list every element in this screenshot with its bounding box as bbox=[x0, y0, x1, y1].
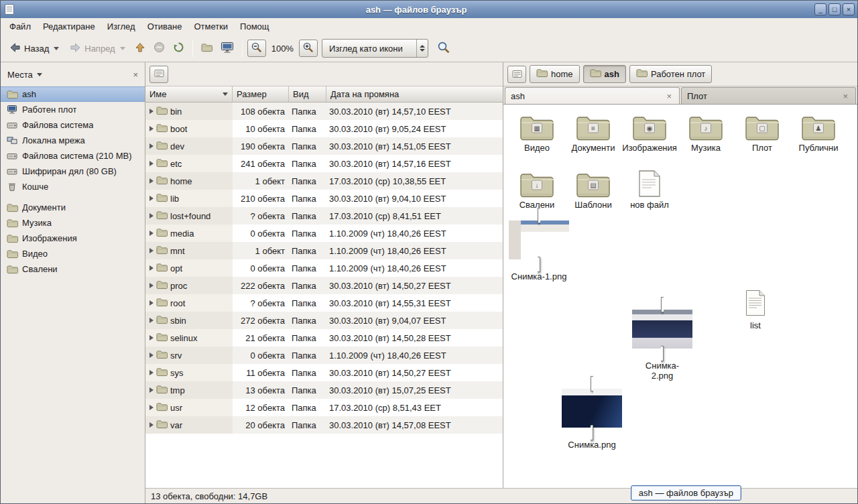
table-row[interactable]: dev 190 обекта Папка 30.03.2010 (вт) 14,… bbox=[145, 137, 503, 155]
expander-icon[interactable] bbox=[149, 353, 154, 358]
table-row[interactable]: var 20 обекта Папка 30.03.2010 (вт) 14,5… bbox=[145, 416, 503, 434]
table-row[interactable]: home 1 обект Папка 17.03.2010 (ср) 10,38… bbox=[145, 172, 503, 190]
sidebar-item-downloads[interactable]: Свалени bbox=[1, 261, 145, 277]
minimize-button[interactable]: _ bbox=[814, 3, 826, 15]
menu-go[interactable]: Отиване bbox=[141, 19, 188, 34]
table-row[interactable]: media 0 обекта Папка 1.10.2009 (чт) 18,4… bbox=[145, 225, 503, 242]
titlebar[interactable]: ash — файлов браузър _ □ × bbox=[1, 1, 857, 18]
expander-icon[interactable] bbox=[149, 335, 154, 340]
expander-icon[interactable] bbox=[149, 178, 154, 184]
location-toggle-button[interactable] bbox=[507, 66, 526, 83]
menu-view[interactable]: Изглед bbox=[101, 19, 141, 34]
table-row[interactable]: mnt 1 обект Папка 1.10.2009 (чт) 18,40,2… bbox=[145, 242, 503, 259]
expander-icon[interactable] bbox=[149, 370, 154, 375]
computer-button[interactable] bbox=[217, 38, 237, 59]
close-button[interactable]: × bbox=[843, 3, 855, 15]
sidebar-item-video[interactable]: Видео bbox=[1, 246, 145, 261]
table-row[interactable]: etc 241 обекта Папка 30.03.2010 (вт) 14,… bbox=[145, 155, 503, 172]
table-row[interactable]: lib 210 обекта Папка 30.03.2010 (вт) 9,0… bbox=[145, 190, 503, 207]
tab-plot[interactable]: Плот × bbox=[681, 87, 856, 104]
menu-file[interactable]: Файл bbox=[3, 19, 37, 34]
column-header-type[interactable]: Вид bbox=[289, 86, 326, 103]
expander-icon[interactable] bbox=[149, 265, 154, 271]
zoom-out-button[interactable] bbox=[247, 40, 266, 57]
table-row[interactable]: selinux 21 обекта Папка 30.03.2010 (вт) … bbox=[145, 329, 503, 346]
table-row[interactable]: boot 10 обекта Папка 30.03.2010 (вт) 9,0… bbox=[145, 120, 503, 137]
expander-icon[interactable] bbox=[149, 126, 154, 131]
breadcrumb-home[interactable]: home bbox=[530, 65, 580, 83]
expander-icon[interactable] bbox=[149, 422, 154, 428]
table-row[interactable]: proc 222 обекта Папка 30.03.2010 (вт) 14… bbox=[145, 277, 503, 294]
table-row[interactable]: opt 0 обекта Папка 1.10.2009 (чт) 18,40,… bbox=[145, 259, 503, 277]
icon-item-snimka-2-png[interactable]: Снимка-2.png bbox=[642, 300, 682, 381]
table-row[interactable]: root ? обекта Папка 30.03.2010 (вт) 14,5… bbox=[145, 294, 503, 312]
icon-item-downloads[interactable]: ↓ Свалени bbox=[509, 170, 565, 210]
forward-button[interactable]: Напред bbox=[65, 38, 129, 59]
table-row[interactable]: srv 0 обекта Папка 1.10.2009 (чт) 18,40,… bbox=[145, 346, 503, 364]
tab-close-icon[interactable]: × bbox=[841, 91, 850, 101]
icon-item-list[interactable]: list bbox=[719, 290, 792, 331]
location-toggle-button[interactable] bbox=[149, 66, 168, 83]
expander-icon[interactable] bbox=[149, 248, 154, 253]
table-row[interactable]: sbin 272 обекта Папка 30.03.2010 (вт) 9,… bbox=[145, 312, 503, 329]
sidebar-item-trash[interactable]: Кошче bbox=[1, 179, 145, 194]
icon-item-public[interactable]: ♟ Публични bbox=[790, 113, 847, 153]
expander-icon[interactable] bbox=[149, 300, 154, 306]
icon-item-new-file[interactable]: нов файл bbox=[621, 170, 678, 210]
icon-item-templates[interactable]: ▤ Шаблони bbox=[565, 170, 621, 210]
home-button[interactable] bbox=[198, 40, 216, 58]
breadcrumb-ash[interactable]: ash bbox=[583, 65, 626, 83]
icon-view-area[interactable]: ▦ Видео ≡ Документи ◉ Изображения ♪ Музи… bbox=[503, 105, 857, 488]
table-row[interactable]: tmp 13 обекта Папка 30.03.2010 (вт) 15,0… bbox=[145, 381, 503, 399]
expander-icon[interactable] bbox=[149, 161, 154, 166]
expander-icon[interactable] bbox=[149, 196, 154, 201]
icon-item-music[interactable]: ♪ Музика bbox=[678, 113, 734, 153]
stop-button[interactable] bbox=[150, 38, 168, 58]
zoom-in-button[interactable] bbox=[299, 40, 318, 57]
expander-icon[interactable] bbox=[149, 109, 154, 114]
expander-icon[interactable] bbox=[149, 213, 154, 218]
expander-icon[interactable] bbox=[149, 143, 154, 149]
search-button[interactable] bbox=[434, 38, 453, 59]
sidebar-item-local-network[interactable]: Локална мрежа bbox=[1, 133, 145, 148]
column-header-date[interactable]: Дата на промяна bbox=[326, 86, 503, 103]
icon-item-snimka-png[interactable]: Снимка.png bbox=[556, 379, 628, 450]
sidebar-item-filesystem-210mb[interactable]: Файлова система (210 MB) bbox=[1, 148, 145, 164]
sidebar-close-button[interactable]: × bbox=[130, 69, 141, 80]
table-row[interactable]: bin 108 обекта Папка 30.03.2010 (вт) 14,… bbox=[145, 103, 503, 120]
sidebar-item-desktop[interactable]: Работен плот bbox=[1, 102, 145, 117]
menu-edit[interactable]: Редактиране bbox=[37, 19, 101, 34]
expander-icon[interactable] bbox=[149, 387, 154, 393]
column-header-size[interactable]: Размер bbox=[233, 86, 289, 103]
icon-item-video[interactable]: ▦ Видео bbox=[509, 113, 565, 153]
sidebar-item-documents[interactable]: Документи bbox=[1, 200, 145, 215]
view-mode-select[interactable]: Изглед като икони bbox=[322, 39, 428, 58]
sidebar-item-pictures[interactable]: Изображения bbox=[1, 231, 145, 246]
icon-item-desktop[interactable]: ▢ Плот bbox=[734, 113, 790, 153]
sidebar-item-filesystem[interactable]: Файлова система bbox=[1, 117, 145, 133]
icon-item-snimka-1-png[interactable]: Снимка-1.png bbox=[509, 210, 569, 282]
chevron-down-icon[interactable] bbox=[37, 73, 42, 76]
tab-close-icon[interactable]: × bbox=[664, 91, 674, 101]
view-mode-spinner-icon[interactable] bbox=[416, 40, 428, 57]
tab-ash[interactable]: ash × bbox=[505, 87, 680, 104]
menu-bookmarks[interactable]: Отметки bbox=[188, 19, 234, 34]
back-button[interactable]: Назад bbox=[5, 38, 64, 59]
expander-icon[interactable] bbox=[149, 231, 154, 236]
expander-icon[interactable] bbox=[149, 318, 154, 323]
icon-item-documents[interactable]: ≡ Документи bbox=[565, 113, 621, 153]
sidebar-item-ash[interactable]: ash bbox=[1, 86, 145, 102]
table-row[interactable]: usr 12 обекта Папка 17.03.2010 (ср) 8,51… bbox=[145, 399, 503, 416]
breadcrumb-desktop[interactable]: Работен плот bbox=[629, 65, 712, 83]
column-header-name[interactable]: Име bbox=[145, 86, 233, 103]
menu-help[interactable]: Помощ bbox=[234, 19, 275, 34]
reload-button[interactable] bbox=[170, 38, 188, 58]
sidebar-item-music[interactable]: Музика bbox=[1, 215, 145, 231]
expander-icon[interactable] bbox=[149, 283, 154, 288]
expander-icon[interactable] bbox=[149, 405, 154, 410]
table-row[interactable]: sys 11 обекта Папка 30.03.2010 (вт) 14,5… bbox=[145, 364, 503, 381]
sidebar-item-encrypted-80gb[interactable]: Шифриран дял (80 GB) bbox=[1, 164, 145, 179]
table-row[interactable]: lost+found ? обекта Папка 17.03.2010 (ср… bbox=[145, 207, 503, 225]
up-button[interactable] bbox=[131, 39, 149, 58]
icon-item-pictures[interactable]: ◉ Изображения bbox=[621, 113, 678, 153]
